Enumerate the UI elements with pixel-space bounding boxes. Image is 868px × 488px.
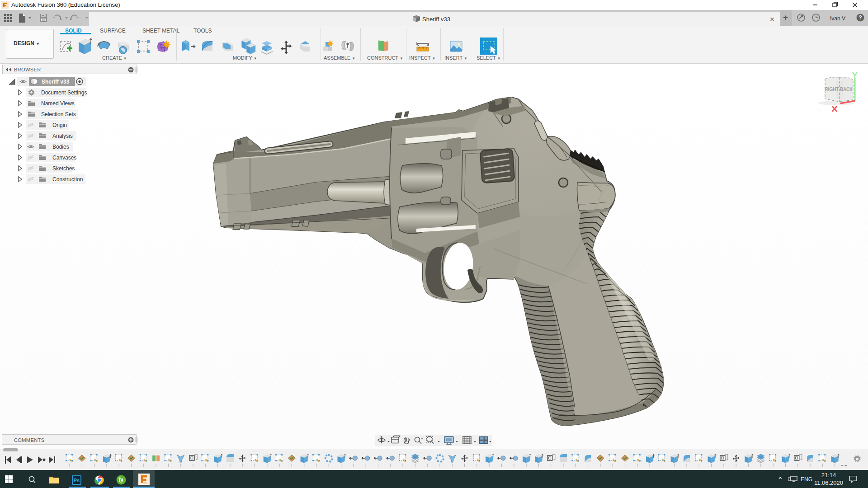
svg-text:RIGHT: RIGHT bbox=[825, 86, 839, 92]
svg-text:360: 360 bbox=[143, 481, 147, 484]
svg-text:Sketches: Sketches bbox=[52, 165, 75, 172]
svg-text:BACK: BACK bbox=[840, 86, 853, 92]
svg-text:Canvases: Canvases bbox=[52, 155, 76, 161]
svg-text:Construction: Construction bbox=[52, 176, 83, 183]
svg-text:Sheriff v33: Sheriff v33 bbox=[42, 79, 70, 85]
svg-text:Named Views: Named Views bbox=[41, 100, 75, 107]
svg-text:Document Settings: Document Settings bbox=[41, 89, 87, 96]
svg-text:Origin: Origin bbox=[52, 122, 67, 128]
svg-text:Analysis: Analysis bbox=[52, 133, 73, 139]
svg-text:Bodies: Bodies bbox=[52, 144, 69, 150]
svg-text:Selection Sets: Selection Sets bbox=[41, 111, 76, 117]
